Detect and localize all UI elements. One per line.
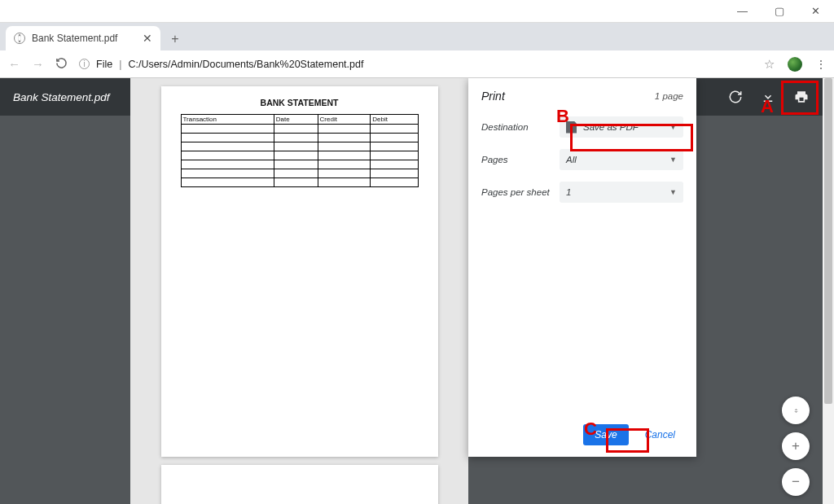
cancel-button[interactable]: Cancel bbox=[637, 424, 683, 445]
tab-strip: Bank Statement.pdf ✕ + bbox=[0, 23, 834, 50]
preview-page-1: BANK STATEMENT Transaction Date Credit D… bbox=[161, 86, 438, 457]
browser-tab[interactable]: Bank Statement.pdf ✕ bbox=[6, 26, 160, 50]
col-credit: Credit bbox=[318, 115, 371, 125]
save-button[interactable]: Save bbox=[583, 424, 628, 445]
pages-per-sheet-label: Pages per sheet bbox=[481, 187, 560, 197]
dropdown-icon: ▼ bbox=[669, 123, 677, 131]
print-preview: BANK STATEMENT Transaction Date Credit D… bbox=[130, 78, 468, 504]
reload-button[interactable] bbox=[55, 57, 68, 72]
globe-icon bbox=[14, 33, 25, 44]
destination-select[interactable]: Save as PDF ▼ bbox=[560, 116, 683, 138]
pages-label: Pages bbox=[481, 155, 560, 164]
window-minimize[interactable]: — bbox=[724, 0, 761, 23]
zoom-in-button[interactable]: + bbox=[782, 432, 810, 460]
print-icon[interactable] bbox=[793, 89, 810, 105]
fit-page-button[interactable] bbox=[782, 397, 810, 424]
print-dialog: Print 1 page Destination Save as PDF ▼ P… bbox=[468, 78, 696, 457]
rotate-icon[interactable] bbox=[728, 90, 743, 104]
destination-label: Destination bbox=[481, 122, 560, 132]
download-icon[interactable] bbox=[761, 90, 775, 104]
pdf-file-icon bbox=[566, 121, 577, 134]
preview-page-2 bbox=[161, 465, 438, 504]
new-tab-button[interactable]: + bbox=[164, 28, 187, 50]
url-scheme: File bbox=[96, 59, 112, 70]
dropdown-icon: ▼ bbox=[669, 156, 677, 164]
pdf-file-title: Bank Statement.pdf bbox=[13, 91, 110, 103]
address-bar: ← → i File | C:/Users/Admin/Documents/Ba… bbox=[0, 50, 834, 78]
dropdown-icon: ▼ bbox=[669, 188, 677, 196]
zoom-out-button[interactable]: − bbox=[782, 468, 810, 496]
pages-select[interactable]: All ▼ bbox=[560, 149, 683, 170]
window-maximize[interactable]: ▢ bbox=[761, 0, 797, 23]
scrollbar-thumb[interactable] bbox=[824, 78, 832, 404]
vertical-scrollbar[interactable] bbox=[823, 78, 834, 504]
zoom-controls: + − bbox=[782, 397, 810, 496]
window-titlebar: — ▢ ✕ bbox=[0, 0, 834, 23]
statement-table: Transaction Date Credit Debit bbox=[181, 114, 419, 187]
browser-menu-icon[interactable]: ⋮ bbox=[815, 58, 826, 71]
pages-per-sheet-select[interactable]: 1 ▼ bbox=[560, 182, 683, 203]
forward-button[interactable]: → bbox=[32, 57, 44, 71]
profile-avatar[interactable] bbox=[788, 57, 802, 72]
pages-value: All bbox=[566, 155, 577, 164]
window-close[interactable]: ✕ bbox=[797, 0, 834, 23]
col-debit: Debit bbox=[371, 115, 418, 125]
tab-title: Bank Statement.pdf bbox=[32, 33, 117, 44]
print-page-count: 1 page bbox=[655, 91, 683, 101]
url-path: C:/Users/Admin/Documents/Bank%20Statemen… bbox=[128, 59, 363, 70]
back-button[interactable]: ← bbox=[8, 57, 20, 71]
destination-value: Save as PDF bbox=[583, 122, 639, 132]
col-transaction: Transaction bbox=[181, 115, 274, 125]
url-field[interactable]: i File | C:/Users/Admin/Documents/Bank%2… bbox=[79, 59, 753, 70]
doc-heading: BANK STATEMENT bbox=[181, 98, 419, 107]
bookmark-icon[interactable]: ☆ bbox=[764, 57, 775, 72]
info-icon[interactable]: i bbox=[79, 59, 90, 69]
tab-close-icon[interactable]: ✕ bbox=[143, 32, 152, 45]
pdf-viewer: Bank Statement.pdf BANK STATEMENT Transa… bbox=[0, 78, 834, 504]
col-date: Date bbox=[274, 115, 318, 125]
pages-per-sheet-value: 1 bbox=[566, 187, 571, 197]
print-heading: Print bbox=[481, 90, 505, 103]
